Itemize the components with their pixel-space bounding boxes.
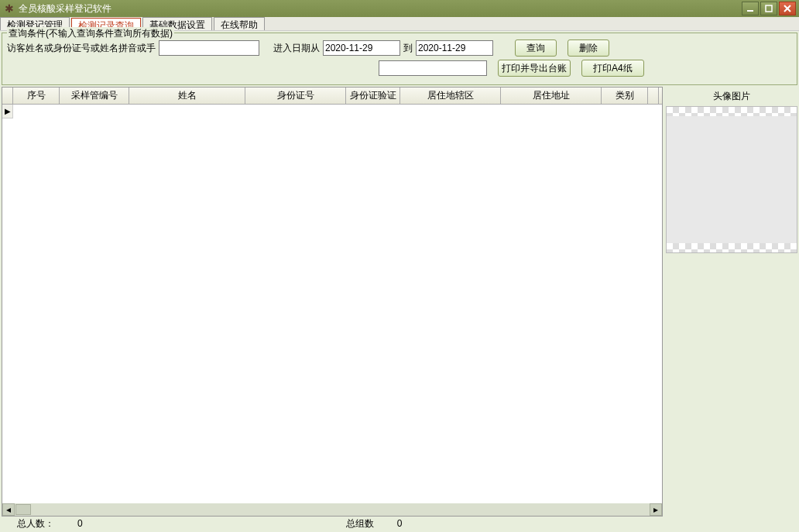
row-marker-icon: ▶ — [2, 105, 13, 118]
grid-col-0[interactable] — [2, 88, 13, 104]
grid-col-1[interactable]: 序号 — [13, 88, 60, 104]
date-from-label: 进入日期从 — [273, 42, 320, 55]
app-icon: ✱ — [3, 2, 15, 15]
avatar-title: 头像图片 — [666, 87, 797, 106]
scroll-right-icon[interactable]: ▸ — [650, 503, 662, 516]
print-a4-button[interactable]: 打印A4纸 — [581, 60, 644, 77]
avatar-image — [666, 106, 797, 253]
grid-col-8[interactable]: 类别 — [602, 88, 648, 104]
work-area: 查询条件(不输入查询条件查询所有数据) 访客姓名或身份证号或姓名拼音或手 进入日… — [0, 31, 799, 532]
total-people-label: 总人数： — [2, 517, 70, 530]
name-input[interactable] — [159, 40, 259, 56]
grid-col-9[interactable] — [648, 88, 659, 104]
extra-input[interactable] — [379, 60, 487, 76]
query-legend: 查询条件(不输入查询条件查询所有数据) — [7, 27, 174, 40]
grid-col-6[interactable]: 居住地辖区 — [400, 88, 501, 104]
query-fieldset: 查询条件(不输入查询条件查询所有数据) 访客姓名或身份证号或姓名拼音或手 进入日… — [2, 33, 797, 85]
avatar-panel: 头像图片 — [666, 87, 797, 517]
status-bar: 总人数： 0 总组数 0 — [2, 517, 797, 530]
scroll-left-icon[interactable]: ◂ — [2, 503, 15, 516]
query-button[interactable]: 查询 — [515, 39, 557, 57]
grid-col-3[interactable]: 姓名 — [129, 88, 245, 104]
grid-col-5[interactable]: 身份证验证 — [346, 88, 400, 104]
date-to-label: 到 — [403, 42, 413, 55]
grid-body[interactable]: ▶ — [2, 105, 662, 503]
title-bar: ✱ 全员核酸采样登记软件 — [0, 0, 799, 17]
scroll-thumb[interactable] — [15, 504, 31, 515]
grid-col-4[interactable]: 身份证号 — [245, 88, 346, 104]
total-group-value: 0 — [389, 518, 449, 529]
total-group-label: 总组数 — [331, 517, 389, 530]
data-grid[interactable]: 序号采样管编号姓名身份证号身份证验证居住地辖区居住地址类别 ▶ ◂ ▸ — [2, 87, 663, 517]
grid-col-7[interactable]: 居住地址 — [501, 88, 602, 104]
delete-button[interactable]: 删除 — [568, 39, 609, 57]
grid-header: 序号采样管编号姓名身份证号身份证验证居住地辖区居住地址类别 — [2, 88, 662, 105]
window-title: 全员核酸采样登记软件 — [19, 2, 740, 15]
close-button[interactable] — [779, 2, 796, 15]
menu-tab-3[interactable]: 在线帮助 — [214, 17, 265, 30]
svg-rect-1 — [766, 5, 772, 12]
minimize-button[interactable] — [742, 2, 759, 15]
date-to-input[interactable] — [416, 40, 493, 56]
maximize-button[interactable] — [760, 2, 777, 15]
export-button[interactable]: 打印并导出台账 — [498, 60, 571, 77]
date-from-input[interactable] — [323, 40, 400, 56]
total-people-value: 0 — [70, 518, 129, 529]
name-label: 访客姓名或身份证号或姓名拼音或手 — [7, 42, 156, 55]
grid-col-2[interactable]: 采样管编号 — [60, 88, 129, 104]
grid-scrollbar[interactable]: ◂ ▸ — [2, 503, 662, 516]
